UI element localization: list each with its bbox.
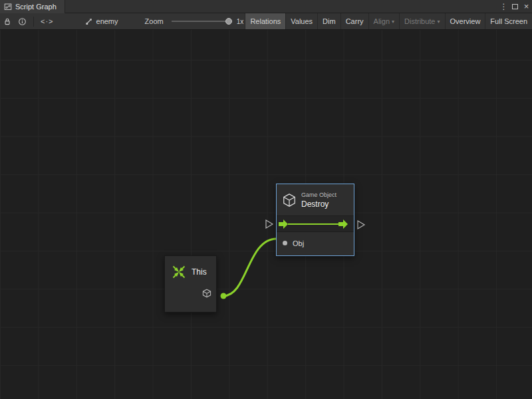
graph-canvas[interactable]: Game Object Destroy Obj	[0, 30, 532, 399]
this-node[interactable]: This	[164, 255, 217, 313]
lock-icon[interactable]	[0, 13, 15, 29]
full-screen-button[interactable]: Full Screen	[485, 13, 532, 29]
obj-port-row: Obj	[277, 232, 354, 254]
this-node-title: This	[192, 267, 207, 277]
game-object-cube-icon	[282, 193, 297, 207]
connection-edge[interactable]	[223, 239, 277, 296]
control-flow-arrows-icon	[277, 216, 354, 232]
tab-script-graph[interactable]: Script Graph	[0, 0, 65, 13]
carry-button[interactable]: Carry	[340, 13, 368, 29]
toolbar-button-group: Relations Values Dim Carry Align ▾ Distr…	[245, 13, 532, 29]
this-output-port[interactable]	[221, 293, 227, 299]
dropdown-caret-icon: ▾	[392, 19, 394, 25]
destroy-node-titles: Game Object Destroy	[301, 192, 336, 209]
maximize-icon[interactable]	[509, 0, 521, 13]
this-output-row	[202, 289, 211, 301]
relations-button[interactable]: Relations	[245, 13, 285, 29]
tab-label: Script Graph	[15, 3, 57, 11]
this-arrows-icon	[172, 265, 186, 279]
dropdown-caret-icon: ▾	[438, 19, 440, 25]
node-category: Game Object	[301, 192, 336, 198]
values-button[interactable]: Values	[285, 13, 317, 29]
script-graph-tab-icon	[4, 3, 12, 11]
graph-toolbar: <·> enemy Zoom 1x Relations Values	[0, 13, 532, 30]
obj-port-label: Obj	[293, 239, 304, 247]
zoom-control: Zoom 1x	[145, 17, 244, 25]
script-graph-window: Script Graph ⋮ × <·>	[0, 0, 532, 399]
node-title: Destroy	[301, 200, 336, 209]
close-icon[interactable]: ×	[521, 0, 532, 13]
distribute-dropdown-button[interactable]: Distribute ▾	[399, 13, 444, 29]
window-menu-icon[interactable]: ⋮	[498, 0, 509, 13]
graph-code-icon[interactable]: <·>	[37, 13, 57, 29]
graph-asset-name: enemy	[96, 17, 118, 25]
control-input-port-triangle[interactable]	[266, 220, 273, 228]
overview-button[interactable]: Overview	[445, 13, 485, 29]
align-dropdown-button[interactable]: Align ▾	[368, 13, 399, 29]
edges-layer	[0, 30, 532, 399]
control-ports-row	[277, 216, 354, 232]
game-object-cube-icon	[202, 289, 211, 298]
info-icon[interactable]	[15, 13, 30, 29]
zoom-label: Zoom	[145, 17, 164, 25]
dim-button[interactable]: Dim	[317, 13, 340, 29]
zoom-slider-handle[interactable]	[225, 18, 232, 25]
this-node-header: This	[165, 256, 216, 279]
window-titlebar: Script Graph ⋮ ×	[0, 0, 532, 13]
graph-asset-reference[interactable]: enemy	[85, 17, 118, 25]
obj-input-port[interactable]	[283, 241, 287, 245]
destroy-node[interactable]: Game Object Destroy Obj	[276, 184, 354, 256]
destroy-node-header: Game Object Destroy	[277, 184, 354, 216]
control-output-port-triangle[interactable]	[358, 221, 364, 229]
graph-asset-icon	[85, 17, 93, 25]
zoom-value: 1x	[237, 18, 244, 25]
toolbar-divider	[33, 17, 34, 27]
zoom-slider-track[interactable]	[172, 21, 230, 22]
